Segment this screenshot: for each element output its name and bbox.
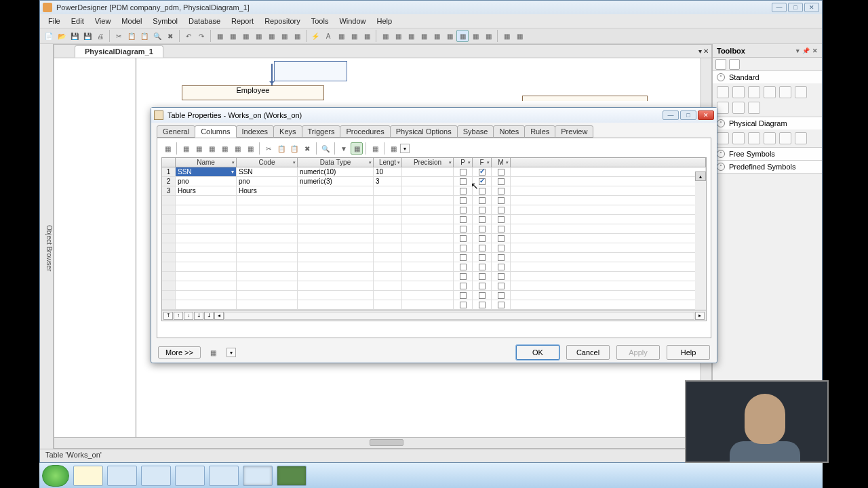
toolbox-close-icon[interactable]: ✕	[812, 47, 818, 54]
expand-icon[interactable]: ˅	[717, 150, 725, 158]
db-icon[interactable]: ▦	[392, 30, 404, 42]
header-code[interactable]: Code	[259, 159, 275, 166]
db-icon[interactable]: ▦	[456, 30, 469, 42]
checkbox[interactable]	[498, 216, 505, 223]
font-icon[interactable]: A	[322, 30, 334, 42]
print-icon[interactable]: 🖨	[94, 30, 106, 42]
copy-icon[interactable]: 📋	[125, 30, 138, 42]
start-button[interactable]	[42, 465, 69, 487]
table-row[interactable]	[162, 234, 706, 243]
tool-icon[interactable]: ▦	[265, 30, 277, 42]
checkbox[interactable]	[479, 188, 486, 195]
table-row[interactable]	[162, 196, 706, 205]
checkbox[interactable]	[479, 264, 486, 270]
find-icon[interactable]: 🔍	[151, 30, 163, 42]
checkbox[interactable]	[479, 178, 486, 185]
checkbox[interactable]	[460, 302, 467, 308]
task-explorer[interactable]	[73, 466, 103, 486]
grid-scrollbar-horizontal[interactable]	[224, 312, 694, 320]
scroll-right-icon[interactable]: ▸	[695, 312, 705, 320]
db-icon[interactable]: ▦	[469, 30, 481, 42]
table-row[interactable]	[162, 253, 706, 262]
task-powerpoint[interactable]	[175, 466, 205, 486]
menu-repository[interactable]: Repository	[259, 16, 306, 26]
table-row[interactable]	[162, 243, 706, 253]
excel-icon[interactable]: ▦	[369, 142, 381, 155]
tool-icon[interactable]: ▦	[208, 346, 220, 359]
checkbox[interactable]	[479, 302, 486, 308]
view-list-icon[interactable]	[729, 59, 740, 70]
checkbox[interactable]	[498, 226, 505, 232]
menu-database[interactable]: Database	[183, 16, 226, 26]
checkbox[interactable]	[498, 245, 505, 251]
add-column-icon[interactable]: ▦	[231, 142, 243, 155]
checkbox[interactable]	[460, 273, 467, 280]
tab-columns[interactable]: Columns	[195, 125, 236, 138]
task-powerdesigner[interactable]	[243, 466, 273, 486]
checkbox[interactable]	[498, 302, 505, 308]
cut-icon[interactable]: ✂	[262, 142, 275, 155]
prev-row-icon[interactable]: ↑	[174, 312, 183, 320]
insert-row-icon[interactable]: ▦	[205, 142, 218, 155]
header-p[interactable]: P	[460, 159, 465, 166]
expand-icon[interactable]: ˅	[717, 163, 725, 171]
header-name[interactable]: Name	[197, 159, 215, 166]
new-icon[interactable]: 📄	[43, 30, 55, 42]
delete-icon[interactable]: ✖	[301, 142, 313, 155]
maximize-button[interactable]: □	[788, 3, 803, 12]
checkbox[interactable]	[460, 226, 467, 232]
db-icon[interactable]: ▦	[500, 30, 513, 42]
menu-file[interactable]: File	[43, 16, 66, 26]
close-button[interactable]: ✕	[804, 3, 819, 12]
dialog-close-button[interactable]: ✕	[698, 110, 714, 120]
cancel-button[interactable]: Cancel	[566, 345, 610, 360]
redo-icon[interactable]: ↷	[195, 30, 208, 42]
tool-icon[interactable]: ▦	[226, 30, 239, 42]
table-row[interactable]	[162, 300, 706, 310]
checkbox[interactable]	[479, 216, 486, 223]
collapse-icon[interactable]: ˄	[717, 73, 725, 81]
checkbox[interactable]	[460, 207, 467, 214]
tool-icon[interactable]: ▦	[244, 142, 256, 155]
tab-sybase[interactable]: Sybase	[457, 125, 494, 138]
checkbox[interactable]	[460, 188, 467, 195]
ok-button[interactable]: OK	[516, 345, 559, 360]
header-datatype[interactable]: Data Type	[320, 159, 351, 166]
tab-indexes[interactable]: Indexes	[236, 125, 275, 138]
checkbox[interactable]	[498, 178, 505, 185]
dialog-minimize-button[interactable]: —	[663, 110, 679, 120]
task-folder[interactable]	[209, 466, 239, 486]
tab-keys[interactable]: Keys	[273, 125, 302, 138]
db-icon[interactable]: ▦	[418, 30, 430, 42]
table-row[interactable]: 3HoursHours	[162, 186, 706, 196]
save-icon[interactable]: 💾	[68, 30, 81, 42]
delete-icon[interactable]	[732, 102, 745, 114]
procedure-icon[interactable]	[764, 132, 776, 144]
menu-help[interactable]: Help	[372, 16, 398, 26]
filter-icon[interactable]: ▼	[338, 142, 350, 155]
paste-icon[interactable]: 📋	[288, 142, 300, 155]
tool-icon[interactable]: ▦	[291, 30, 303, 42]
reference-icon[interactable]	[748, 132, 760, 144]
table-row[interactable]	[162, 291, 706, 300]
open-icon[interactable]: 📂	[56, 30, 68, 42]
hand-icon[interactable]	[732, 86, 745, 98]
db-icon[interactable]: ▦	[379, 30, 391, 42]
table-row[interactable]	[162, 215, 706, 224]
menu-edit[interactable]: Edit	[66, 16, 90, 26]
header-m[interactable]: M	[498, 159, 503, 166]
menu-tools[interactable]: Tools	[306, 16, 334, 26]
checkbox[interactable]	[460, 216, 467, 223]
dropdown-icon[interactable]: ▾	[226, 348, 236, 357]
tool-icon[interactable]: ▦	[335, 30, 347, 42]
checkbox[interactable]	[460, 169, 467, 176]
task-recorder[interactable]	[277, 466, 307, 486]
db-icon[interactable]: ▦	[405, 30, 417, 42]
checkbox[interactable]	[479, 283, 486, 289]
paste-icon[interactable]: 📋	[138, 30, 151, 42]
header-precision[interactable]: Precision	[414, 159, 441, 166]
first-row-icon[interactable]: ⤒	[163, 312, 173, 320]
checkbox[interactable]	[498, 292, 505, 299]
tool-icon[interactable]: ▦	[239, 30, 252, 42]
table-icon[interactable]	[717, 132, 729, 144]
